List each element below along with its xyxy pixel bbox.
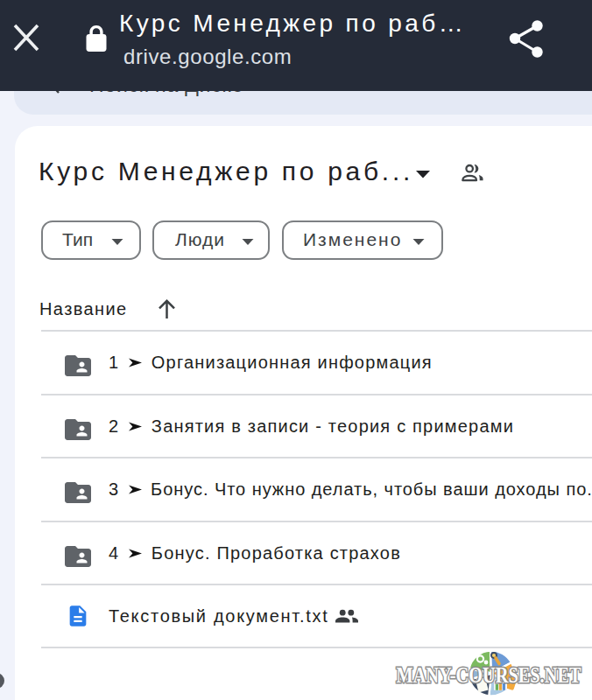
svg-text:MANY-COURSES.NET: MANY-COURSES.NET	[397, 663, 581, 687]
